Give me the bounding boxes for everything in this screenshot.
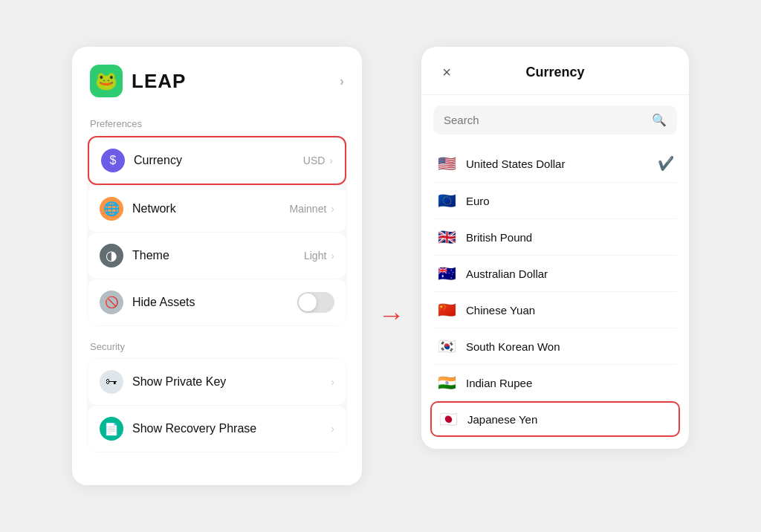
private-key-label: Show Private Key bbox=[132, 375, 226, 389]
currency-row-right: USD › bbox=[303, 155, 333, 166]
currency-item-aud[interactable]: 🇦🇺 Australian Dollar bbox=[433, 256, 677, 292]
theme-chevron-icon: › bbox=[331, 250, 334, 262]
close-button[interactable]: × bbox=[436, 62, 457, 82]
currency-name-aud: Australian Dollar bbox=[466, 267, 548, 280]
currency-item-eur-left: 🇪🇺 Euro bbox=[436, 193, 490, 208]
theme-row[interactable]: ◑ Theme Light › bbox=[88, 233, 346, 279]
arrow-icon: → bbox=[378, 299, 405, 331]
currency-row-left: $ Currency bbox=[101, 149, 182, 172]
network-row[interactable]: 🌐 Network Mainnet › bbox=[88, 186, 346, 232]
hide-assets-toggle[interactable] bbox=[297, 292, 334, 313]
currency-panel-title: Currency bbox=[525, 65, 584, 80]
currency-panel: × Currency 🔍 🇺🇸 United States Dollar ✔️ … bbox=[421, 47, 689, 449]
network-chevron-icon: › bbox=[331, 203, 334, 215]
search-input[interactable] bbox=[444, 114, 646, 126]
private-key-chevron-icon: › bbox=[331, 376, 334, 388]
currency-item-jpy[interactable]: 🇯🇵 Japanese Yen bbox=[430, 401, 680, 437]
toggle-knob bbox=[299, 293, 317, 311]
left-panel: 🐸 LEAP › Preferences $ Currency USD › bbox=[72, 47, 362, 485]
private-key-row[interactable]: 🗝 Show Private Key › bbox=[88, 359, 346, 405]
currency-item-inr-left: 🇮🇳 Indian Rupee bbox=[436, 375, 532, 390]
currency-item-eur[interactable]: 🇪🇺 Euro bbox=[433, 183, 677, 219]
network-label: Network bbox=[132, 202, 176, 215]
recovery-chevron-icon: › bbox=[331, 423, 334, 435]
app-header-left: 🐸 LEAP bbox=[90, 65, 186, 97]
flag-gbp: 🇬🇧 bbox=[436, 230, 457, 244]
app-header-chevron-icon[interactable]: › bbox=[340, 74, 344, 89]
currency-name-krw: South Korean Won bbox=[466, 340, 560, 353]
recovery-label: Show Recovery Phrase bbox=[132, 422, 256, 435]
flag-eur: 🇪🇺 bbox=[436, 193, 457, 208]
flag-cny: 🇨🇳 bbox=[436, 302, 457, 317]
app-header: 🐸 LEAP › bbox=[87, 65, 347, 97]
search-bar: 🔍 bbox=[433, 106, 677, 134]
network-row-right: Mainnet › bbox=[290, 203, 334, 215]
theme-row-right: Light › bbox=[304, 250, 334, 262]
search-icon: 🔍 bbox=[652, 113, 667, 127]
security-group: 🗝 Show Private Key › 📄 Show Recovery Phr… bbox=[87, 358, 347, 452]
recovery-row[interactable]: 📄 Show Recovery Phrase › bbox=[88, 406, 346, 452]
currency-name-jpy: Japanese Yen bbox=[467, 413, 537, 426]
private-key-row-left: 🗝 Show Private Key bbox=[100, 370, 226, 394]
theme-icon: ◑ bbox=[100, 244, 123, 267]
theme-label: Theme bbox=[132, 249, 169, 262]
currency-item-krw-left: 🇰🇷 South Korean Won bbox=[436, 339, 560, 354]
currency-name-eur: Euro bbox=[466, 195, 490, 207]
network-icon: 🌐 bbox=[100, 197, 123, 221]
recovery-row-left: 📄 Show Recovery Phrase bbox=[100, 417, 256, 441]
recovery-icon: 📄 bbox=[100, 417, 123, 441]
currency-label: Currency bbox=[134, 154, 182, 167]
preferences-section-label: Preferences bbox=[87, 118, 347, 129]
currency-name-gbp: British Pound bbox=[466, 231, 532, 244]
network-row-left: 🌐 Network bbox=[100, 197, 176, 221]
theme-value: Light bbox=[304, 250, 326, 262]
currency-item-usd-left: 🇺🇸 United States Dollar bbox=[436, 156, 565, 171]
currency-item-usd[interactable]: 🇺🇸 United States Dollar ✔️ bbox=[433, 145, 677, 183]
check-icon-usd: ✔️ bbox=[658, 155, 674, 172]
currency-item-krw[interactable]: 🇰🇷 South Korean Won bbox=[433, 328, 677, 365]
private-key-icon: 🗝 bbox=[100, 370, 123, 394]
hide-assets-label: Hide Assets bbox=[132, 296, 195, 309]
currency-item-cny[interactable]: 🇨🇳 Chinese Yuan bbox=[433, 292, 677, 328]
app-title: LEAP bbox=[132, 70, 186, 93]
preferences-group: $ Currency USD › 🌐 Network Mainnet › bbox=[87, 135, 347, 326]
flag-aud: 🇦🇺 bbox=[436, 266, 457, 281]
currency-item-inr[interactable]: 🇮🇳 Indian Rupee bbox=[433, 365, 677, 401]
currency-list: 🇺🇸 United States Dollar ✔️ 🇪🇺 Euro 🇬🇧 Br… bbox=[421, 145, 689, 449]
frog-emoji: 🐸 bbox=[95, 71, 117, 91]
main-container: 🐸 LEAP › Preferences $ Currency USD › bbox=[72, 47, 689, 485]
theme-row-left: ◑ Theme bbox=[100, 244, 169, 267]
currency-item-cny-left: 🇨🇳 Chinese Yuan bbox=[436, 302, 535, 317]
currency-item-gbp-left: 🇬🇧 British Pound bbox=[436, 230, 532, 244]
currency-panel-header: × Currency bbox=[421, 47, 689, 95]
currency-item-gbp[interactable]: 🇬🇧 British Pound bbox=[433, 219, 677, 256]
network-value: Mainnet bbox=[290, 203, 327, 215]
flag-usd: 🇺🇸 bbox=[436, 156, 457, 171]
arrow-container: → bbox=[362, 299, 421, 331]
app-logo: 🐸 bbox=[90, 65, 123, 97]
currency-row[interactable]: $ Currency USD › bbox=[88, 136, 346, 185]
currency-item-aud-left: 🇦🇺 Australian Dollar bbox=[436, 266, 548, 281]
hide-assets-row[interactable]: 🚫 Hide Assets bbox=[88, 279, 346, 325]
currency-icon: $ bbox=[101, 149, 125, 172]
currency-chevron-icon: › bbox=[329, 155, 333, 166]
currency-value: USD bbox=[303, 155, 326, 166]
currency-item-jpy-left: 🇯🇵 Japanese Yen bbox=[438, 412, 537, 426]
currency-name-cny: Chinese Yuan bbox=[466, 304, 535, 317]
currency-name-inr: Indian Rupee bbox=[466, 377, 532, 389]
hide-assets-row-left: 🚫 Hide Assets bbox=[100, 291, 195, 314]
flag-inr: 🇮🇳 bbox=[436, 375, 457, 390]
hide-assets-icon: 🚫 bbox=[100, 291, 123, 314]
flag-jpy: 🇯🇵 bbox=[438, 412, 459, 426]
security-section-label: Security bbox=[87, 341, 347, 352]
flag-krw: 🇰🇷 bbox=[436, 339, 457, 354]
currency-name-usd: United States Dollar bbox=[466, 158, 565, 170]
